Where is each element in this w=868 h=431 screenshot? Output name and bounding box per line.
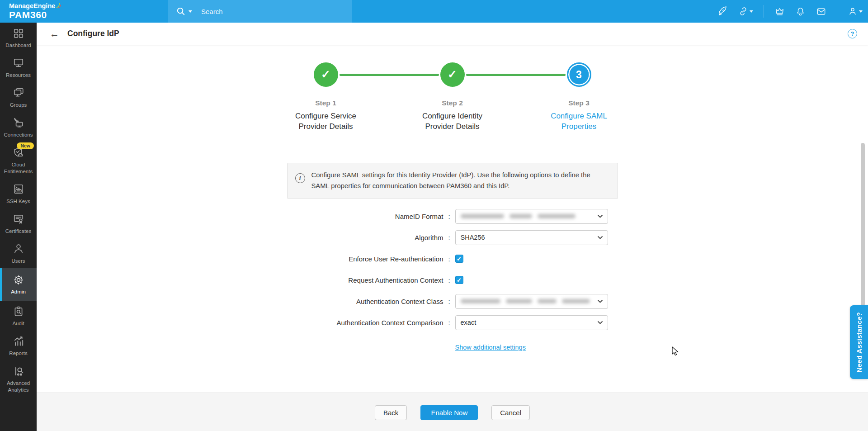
sidebar-item-audit[interactable]: Audit	[0, 301, 37, 331]
check-icon: ✓	[321, 69, 330, 80]
topbar-separator	[837, 5, 837, 18]
step-2-title: Configure Identity Provider Details	[407, 111, 498, 132]
brand-logo[interactable]: ManageEngine PAM360	[9, 3, 61, 20]
cancel-button[interactable]: Cancel	[491, 405, 530, 420]
admin-icon	[13, 274, 24, 286]
brand-line2: PAM360	[9, 10, 61, 20]
step-1: ✓ Step 1 Configure Service Provider Deta…	[263, 62, 389, 132]
rocket-icon[interactable]	[717, 6, 728, 17]
sidebar-item-label: Admin	[11, 289, 26, 295]
connections-icon	[13, 117, 24, 128]
auth-context-comparison-value: exact	[461, 319, 476, 326]
sidebar-item-admin[interactable]: Admin	[0, 268, 37, 301]
dashboard-icon	[13, 28, 24, 39]
sidebar-item-advanced-analytics[interactable]: Advanced Analytics	[0, 360, 37, 397]
auth-context-class-select[interactable]	[455, 294, 608, 309]
enable-now-button[interactable]: Enable Now	[420, 405, 478, 420]
action-footer: Back Enable Now Cancel	[37, 393, 868, 431]
step-2-label: Step 2	[389, 99, 516, 107]
chevron-down-icon	[598, 215, 603, 218]
sidebar-item-label: Resources	[6, 72, 31, 79]
sidebar-item-groups[interactable]: Groups	[0, 82, 37, 112]
sidebar-item-label: SSH Keys	[6, 198, 30, 205]
advanced-analytics-icon	[13, 365, 24, 377]
chevron-down-icon	[598, 236, 603, 239]
request-auth-context-checkbox[interactable]: ✓	[455, 276, 463, 284]
check-icon: ✓	[457, 256, 462, 262]
check-icon: ✓	[457, 277, 462, 284]
brand-line1: ManageEngine	[9, 3, 55, 10]
link-icon[interactable]	[738, 6, 753, 16]
request-auth-context-label: Request Authentication Context	[226, 276, 443, 284]
algorithm-label: Algorithm	[226, 234, 443, 242]
auth-context-comparison-select[interactable]: exact	[455, 315, 608, 330]
sidebar-item-resources[interactable]: Resources	[0, 52, 37, 82]
step-3-title[interactable]: Configure SAML Properties	[534, 111, 624, 132]
enforce-reauth-checkbox[interactable]: ✓	[455, 255, 463, 263]
form-row-enforce-reauth: Enforce User Re-authentication : ✓	[226, 251, 679, 266]
sidebar-item-label: Certificates	[5, 228, 32, 235]
main-content: ✓ Step 1 Configure Service Provider Deta…	[37, 45, 868, 393]
form-row-auth-context-class: Authentication Context Class :	[226, 294, 679, 309]
back-button[interactable]: Back	[375, 405, 407, 420]
back-arrow-icon[interactable]: ←	[50, 29, 59, 38]
form-row-auth-context-comparison: Authentication Context Comparison : exac…	[226, 315, 679, 330]
algorithm-select[interactable]: SHA256	[455, 230, 608, 245]
new-badge: New	[17, 142, 34, 150]
form-row-nameid-format: NameID Format :	[226, 209, 679, 224]
audit-icon	[13, 306, 24, 317]
topbar-actions	[717, 0, 863, 23]
crown-icon[interactable]	[774, 6, 785, 17]
step-2-complete-icon: ✓	[440, 62, 465, 87]
sidebar-item-connections[interactable]: Connections	[0, 112, 37, 142]
page-title: Configure IdP	[67, 29, 119, 38]
info-banner: i Configure SAML settings for this Ident…	[287, 163, 618, 199]
need-assistance-tab[interactable]: Need Assistance?	[850, 305, 868, 379]
step-1-complete-icon: ✓	[314, 62, 338, 87]
enforce-reauth-label: Enforce User Re-authentication	[226, 255, 443, 263]
sidebar-item-label: Advanced Analytics	[1, 380, 36, 393]
brand-flourish-icon	[56, 3, 61, 9]
sidebar-item-ssh-keys[interactable]: SSH SSH Keys	[0, 179, 37, 208]
help-icon[interactable]: ?	[848, 29, 857, 38]
search-scope-caret-icon[interactable]	[189, 10, 192, 13]
vertical-scrollbar[interactable]	[861, 143, 865, 306]
sidebar-item-reports[interactable]: Reports	[0, 331, 37, 360]
sidebar-nav: Dashboard Resources Groups Connections N…	[0, 23, 37, 431]
nameid-format-label: NameID Format	[226, 213, 443, 220]
algorithm-value: SHA256	[461, 234, 485, 241]
sidebar-item-label: Audit	[12, 320, 24, 327]
mail-icon[interactable]	[816, 6, 826, 17]
step-2: ✓ Step 2 Configure Identity Provider Det…	[389, 62, 516, 132]
bell-icon[interactable]	[795, 6, 806, 17]
sidebar-item-certificates[interactable]: Certificates	[0, 208, 37, 238]
sidebar-item-dashboard[interactable]: Dashboard	[0, 23, 37, 52]
redacted-value	[461, 299, 590, 303]
sidebar-item-label: Reports	[9, 350, 27, 357]
resources-icon	[13, 57, 24, 69]
need-assistance-label: Need Assistance?	[855, 312, 863, 372]
search-icon	[176, 6, 186, 17]
auth-context-class-label: Authentication Context Class	[226, 298, 443, 305]
saml-properties-form: NameID Format : Algorithm : SHA256 Enfor…	[226, 209, 679, 351]
sidebar-item-label: Users	[11, 258, 25, 265]
nameid-format-select[interactable]	[455, 209, 608, 224]
sidebar-item-label: Groups	[10, 102, 27, 109]
redacted-value	[461, 214, 576, 218]
colon-separator: :	[443, 298, 455, 305]
step-3-number-badge: 3	[567, 62, 591, 87]
colon-separator: :	[443, 276, 455, 284]
colon-separator: :	[443, 234, 455, 242]
link-caret-icon	[750, 10, 753, 13]
colon-separator: :	[443, 213, 455, 220]
global-search[interactable]: Search	[168, 0, 352, 23]
sidebar-item-users[interactable]: Users	[0, 238, 37, 268]
users-icon	[13, 243, 24, 255]
sidebar-item-cloud-entitlements[interactable]: New Cloud Entitlements	[0, 142, 37, 179]
show-additional-settings-link[interactable]: Show additional settings	[455, 344, 526, 351]
step-3: 3 Step 3 Configure SAML Properties	[516, 62, 642, 132]
svg-text:SSH: SSH	[17, 190, 20, 192]
search-input[interactable]: Search	[201, 8, 223, 15]
user-icon[interactable]	[848, 6, 863, 16]
wizard-stepper: ✓ Step 1 Configure Service Provider Deta…	[263, 62, 642, 151]
